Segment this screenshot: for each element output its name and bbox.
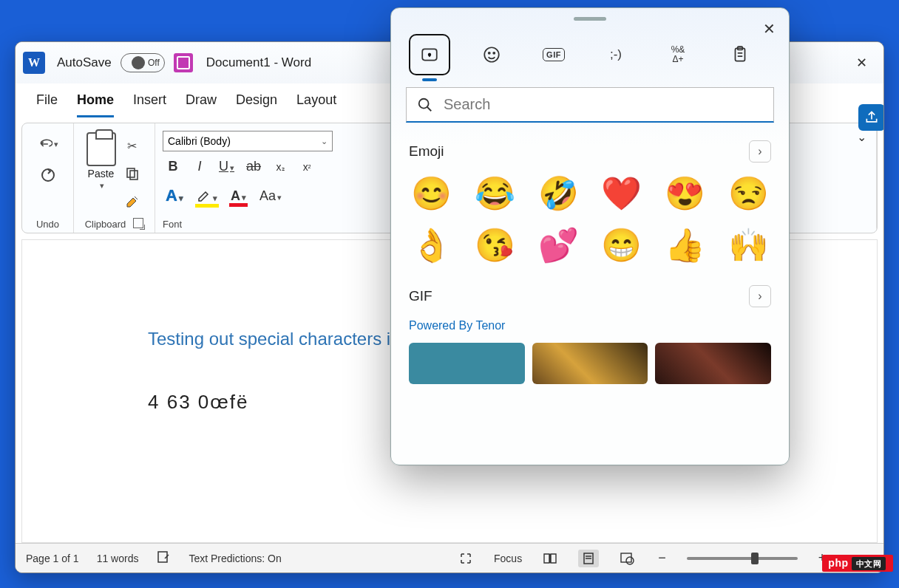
toggle-knob <box>132 56 145 69</box>
status-predictions[interactable]: Text Predictions: On <box>189 553 281 564</box>
font-color-button[interactable]: A▾ <box>231 188 246 204</box>
save-icon[interactable] <box>174 53 193 72</box>
tab-design[interactable]: Design <box>236 92 277 117</box>
emoji-item[interactable]: 🙌 <box>725 229 771 261</box>
zoom-thumb[interactable] <box>751 553 759 564</box>
chevron-down-icon: ▾ <box>242 193 246 202</box>
gif-thumb[interactable] <box>409 343 525 384</box>
tab-insert[interactable]: Insert <box>133 92 166 117</box>
repeat-button[interactable] <box>38 165 58 185</box>
emoji-item[interactable]: 🤣 <box>535 177 581 210</box>
autosave-toggle[interactable]: Off <box>121 53 165 72</box>
tab-symbols[interactable]: %& Δ+ <box>657 34 699 75</box>
focus-label[interactable]: Focus <box>494 553 522 564</box>
italic-button[interactable]: I <box>192 159 207 174</box>
share-icon <box>864 110 879 125</box>
cut-button[interactable]: ✂ <box>122 135 143 156</box>
search-icon <box>417 97 433 113</box>
tab-recent[interactable] <box>409 34 450 75</box>
change-case-button[interactable]: Aa▾ <box>259 188 282 204</box>
svg-rect-1 <box>127 168 135 177</box>
kaomoji-icon: ;-) <box>610 47 622 62</box>
tab-gif[interactable]: GIF <box>533 34 574 75</box>
window-close-button[interactable]: ✕ <box>847 48 876 78</box>
autosave-state: Off <box>148 58 160 68</box>
emoji-item[interactable]: 👍 <box>662 229 708 261</box>
gif-row <box>406 343 774 392</box>
print-layout-button[interactable] <box>578 550 599 567</box>
emoji-item[interactable]: ❤️ <box>599 177 645 210</box>
tab-emoji[interactable] <box>471 34 512 75</box>
zoom-slider[interactable] <box>687 557 798 560</box>
emoji-item[interactable]: 😁 <box>599 229 645 261</box>
drag-handle[interactable] <box>574 17 606 21</box>
strike-button[interactable]: ab <box>246 159 261 174</box>
section-header-gif: GIF › <box>406 279 774 316</box>
svg-point-12 <box>493 52 495 54</box>
emoji-item[interactable]: 😍 <box>662 177 708 210</box>
text-effects-glyph: A <box>166 186 177 205</box>
text-effects-button[interactable]: A▾ <box>166 186 183 205</box>
font-name-select[interactable]: Calibri (Body) ⌄ <box>163 131 333 151</box>
format-painter-button[interactable] <box>122 191 143 212</box>
read-mode-button[interactable] <box>540 550 560 567</box>
svg-line-18 <box>427 106 432 111</box>
emoji-search-input[interactable] <box>444 96 763 113</box>
emoji-more-button[interactable]: › <box>749 140 771 163</box>
emoji-panel-close-button[interactable]: ✕ <box>763 20 776 38</box>
status-page[interactable]: Page 1 of 1 <box>26 553 79 564</box>
status-proofing-icon[interactable] <box>156 550 171 567</box>
close-icon: ✕ <box>763 21 776 37</box>
copy-button[interactable] <box>122 163 143 184</box>
gif-thumb[interactable] <box>532 343 648 384</box>
zoom-out-button[interactable]: − <box>655 550 669 566</box>
emoji-item[interactable]: 💕 <box>535 229 581 261</box>
tab-file[interactable]: File <box>36 92 58 117</box>
chevron-down-icon: ▾ <box>179 194 183 202</box>
emoji-item[interactable]: 👌 <box>409 229 455 261</box>
word-icon-letter: W <box>28 56 40 69</box>
tab-clipboard-history[interactable] <box>719 34 761 75</box>
emoji-item[interactable]: 😊 <box>409 177 455 210</box>
paste-label: Paste <box>88 168 115 180</box>
gif-section-title: GIF <box>409 288 432 304</box>
underline-glyph: U <box>219 159 228 174</box>
gif-thumb[interactable] <box>655 343 771 384</box>
status-words[interactable]: 11 words <box>97 553 139 564</box>
svg-rect-2 <box>130 171 138 180</box>
window-controls: ✕ <box>847 48 876 78</box>
emoji-search[interactable] <box>406 87 774 123</box>
paste-button[interactable]: Paste ▾ <box>86 132 116 191</box>
web-layout-button[interactable] <box>617 550 637 567</box>
document-title: Document1 - Word <box>206 55 311 70</box>
watermark-badge: php中文网 <box>822 555 893 572</box>
emoji-item[interactable]: 😂 <box>472 177 518 210</box>
gif-powered-by: Powered By Tenor <box>406 316 774 343</box>
undo-group-label: Undo <box>36 216 59 230</box>
share-button[interactable] <box>858 104 884 131</box>
tab-layout[interactable]: Layout <box>296 92 336 117</box>
superscript-button[interactable]: x <box>299 161 314 173</box>
tab-kaomoji[interactable]: ;-) <box>595 34 637 75</box>
chevron-right-icon: › <box>758 145 761 158</box>
bold-button[interactable]: B <box>166 159 180 174</box>
statusbar: Page 1 of 1 11 words Text Predictions: O… <box>16 543 883 572</box>
emoji-item[interactable]: 😘 <box>472 229 518 261</box>
tab-home[interactable]: Home <box>77 92 114 117</box>
autosave-label: AutoSave <box>57 55 112 70</box>
subscript-button[interactable]: x <box>273 161 288 173</box>
case-glyph: Aa <box>259 188 276 203</box>
clipboard-dialog-launcher[interactable] <box>133 218 143 228</box>
emoji-section-title: Emoji <box>409 143 444 160</box>
undo-button[interactable]: ▾ <box>38 134 58 154</box>
focus-mode-button[interactable] <box>455 550 476 567</box>
highlight-button[interactable]: ▾ <box>197 188 217 205</box>
underline-button[interactable]: U▾ <box>219 159 234 174</box>
word-app-icon: W <box>23 52 45 74</box>
gif-more-button[interactable]: › <box>749 285 771 307</box>
svg-point-8 <box>626 557 634 564</box>
tab-draw[interactable]: Draw <box>186 92 217 117</box>
emoji-item[interactable]: 😒 <box>725 177 771 210</box>
group-clipboard: Paste ▾ ✂ Clipboard <box>74 123 155 233</box>
chevron-down-icon: ▾ <box>277 193 282 202</box>
